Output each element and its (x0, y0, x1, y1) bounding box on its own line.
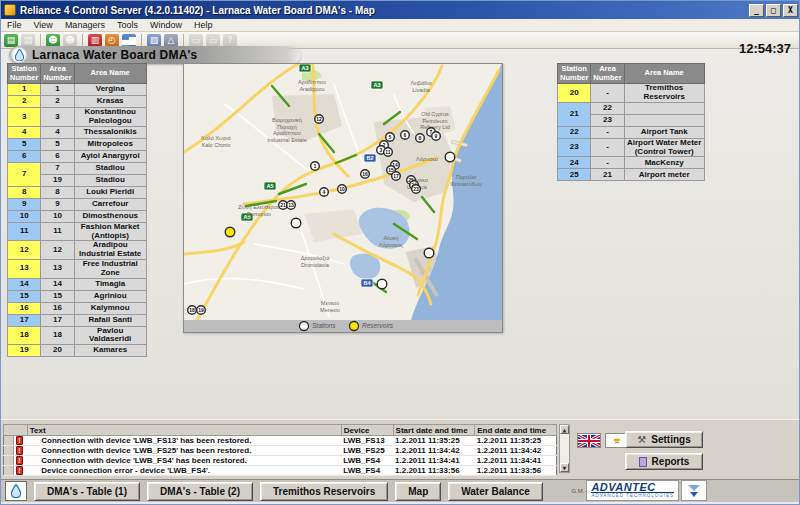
scroll-down-icon[interactable]: ▼ (560, 463, 569, 472)
nav-button-2[interactable]: DMA's - Table (2) (147, 482, 253, 501)
log-row[interactable]: !Connection with device 'LWB_FS25' has b… (4, 446, 557, 456)
log-column-header[interactable]: End date and time (475, 425, 557, 436)
station-marker[interactable] (424, 248, 434, 258)
trend-chart-icon[interactable]: ▄▆ (122, 34, 136, 47)
menu-item-managers[interactable]: Managers (59, 20, 111, 30)
alarm-log-table[interactable]: TextDeviceStart date and timeEnd date an… (3, 424, 557, 476)
title-bar: Reliance 4 Control Server (4.2.0.11402) … (1, 1, 800, 19)
menu-item-file[interactable]: File (1, 20, 28, 30)
row-selector-cell[interactable] (4, 456, 14, 466)
area-number-cell: 1 (41, 84, 74, 96)
area-name-cell: Stadiou (74, 162, 146, 174)
station-marker-number: 1 (314, 163, 317, 169)
station-marker-number: 18 (189, 307, 195, 313)
minimize-button[interactable]: _ (749, 4, 764, 17)
map-place-label: Kalo Chorio (202, 142, 231, 148)
dma-table-right: Station NumberArea NumberArea Name20-Tre… (557, 63, 705, 181)
map-place-label: Φοινικούδων (450, 181, 482, 187)
station-number-cell: 8 (8, 186, 41, 198)
export-icon[interactable]: △ (164, 34, 178, 47)
alarm-report-icon[interactable]: ▥ (88, 34, 102, 47)
log-device-cell: LWB_FS13 (341, 436, 393, 446)
dma-table: Station NumberArea NumberArea Name11Verg… (7, 63, 147, 357)
station-marker[interactable] (377, 279, 387, 289)
log-row[interactable]: !Connection with device 'LWB_FS13' has b… (4, 436, 557, 446)
menu-item-window[interactable]: Window (144, 20, 188, 30)
menu-item-tools[interactable]: Tools (111, 20, 144, 30)
area-number-cell: 2 (41, 96, 74, 108)
station-number-cell: 25 (558, 169, 591, 181)
toolbar-separator (40, 34, 41, 47)
station-number-cell: 22 (558, 126, 591, 138)
station-marker[interactable] (291, 218, 301, 228)
station-number-cell: 13 (8, 260, 41, 279)
area-number-cell: 18 (41, 326, 74, 345)
report-icon (639, 457, 647, 467)
station-number-cell: 12 (8, 241, 41, 260)
row-selector-cell[interactable] (4, 466, 14, 476)
area-number-cell: 11 (41, 222, 74, 241)
table-row: 33Konstantinou Paleologou (8, 108, 147, 127)
log-text-cell: Connection with device 'LWB_FS4' has bee… (27, 456, 341, 466)
logo-tagline: ADVANCED TECHNOLOGIES (591, 493, 674, 499)
log-column-header[interactable]: Text (27, 425, 341, 436)
road-shield-label: A3 (301, 65, 308, 71)
alarm-icon: ! (16, 446, 23, 455)
nav-button-3[interactable]: Tremithos Reservoirs (260, 482, 388, 501)
uk-flag-button[interactable] (577, 433, 601, 448)
station-number-cell: 7 (8, 162, 41, 186)
log-row[interactable]: !Connection with device 'LWB_FS4' has be… (4, 456, 557, 466)
reservoir-marker[interactable] (225, 227, 235, 237)
nav-button-4[interactable]: Map (395, 482, 441, 501)
area-name-cell: Konstantinou Paleologou (74, 108, 146, 127)
area-number-cell: 16 (41, 302, 74, 314)
area-name-cell: Krasas (74, 96, 146, 108)
table-row: 1010Dimosthenous (8, 210, 147, 222)
table-row: 1818Pavlou Valdaseridi (8, 326, 147, 345)
station-marker-number: 3 (380, 147, 383, 153)
table-row: 77Stadiou (8, 162, 147, 174)
menu-item-view[interactable]: View (28, 20, 59, 30)
log-column-header[interactable]: Start date and time (393, 425, 475, 436)
station-marker-number: 19 (198, 307, 204, 313)
row-selector-cell[interactable] (4, 446, 14, 456)
uk-flag-icon (578, 435, 600, 447)
station-number-cell: 18 (8, 326, 41, 345)
table-row: 66Ayioi Anargyroi (8, 150, 147, 162)
log-scrollbar[interactable]: ▲ ▼ (559, 424, 570, 473)
area-number-cell: 22 (591, 102, 624, 114)
map-panel[interactable]: A3A3A5A5B2B4 ΑραδίππουAradippouΛειβάδιαL… (183, 63, 503, 333)
header-row: Station NumberArea NumberArea Name (8, 64, 147, 84)
map-place-label: Livadia (412, 87, 430, 93)
logo-mark (681, 480, 707, 501)
area-name-cell: Pavlou Valdaseridi (74, 326, 146, 345)
restore-button[interactable]: □ (766, 4, 781, 17)
menu-item-help[interactable]: Help (188, 20, 219, 30)
app-window: Reliance 4 Control Server (4.2.0.11402) … (0, 0, 800, 505)
reports-button[interactable]: Reports (625, 453, 703, 470)
map-place-label: Παραλία (456, 174, 477, 180)
log-start-cell: 1.2.2011 11:34:42 (393, 446, 475, 456)
station-marker-number: 11 (385, 149, 391, 155)
table-row: 1717Rafail Santi (8, 314, 147, 326)
home-drop-button[interactable] (5, 481, 27, 501)
table-row: 1515Agriniou (8, 290, 147, 302)
nav-button-1[interactable]: DMA's - Table (1) (34, 482, 140, 501)
close-button[interactable]: X (783, 4, 798, 17)
row-selector-cell[interactable] (4, 436, 14, 446)
event-log-icon[interactable]: ◴ (105, 34, 119, 47)
log-column-header[interactable]: Device (341, 425, 393, 436)
area-name-cell: Aradipou Industrial Estate (74, 241, 146, 260)
start-icon[interactable]: ▤ (4, 34, 18, 47)
log-row[interactable]: !Device connection error - device 'LWB_F… (4, 466, 557, 476)
table-row: 23-Airport Water Meter (Control Tower) (558, 138, 705, 157)
map-place-label: Βιομηχανική (272, 117, 302, 123)
alarm-icon-cell: ! (13, 446, 27, 456)
station-number-cell: 1 (8, 84, 41, 96)
settings-button[interactable]: ⚒ Settings (625, 431, 703, 448)
copy-icon[interactable]: ▧ (147, 34, 161, 47)
station-marker[interactable] (445, 152, 455, 162)
nav-button-5[interactable]: Water Balance (448, 482, 543, 501)
scroll-up-icon[interactable]: ▲ (560, 425, 569, 434)
user-manager-icon[interactable]: ☻ (46, 34, 60, 47)
